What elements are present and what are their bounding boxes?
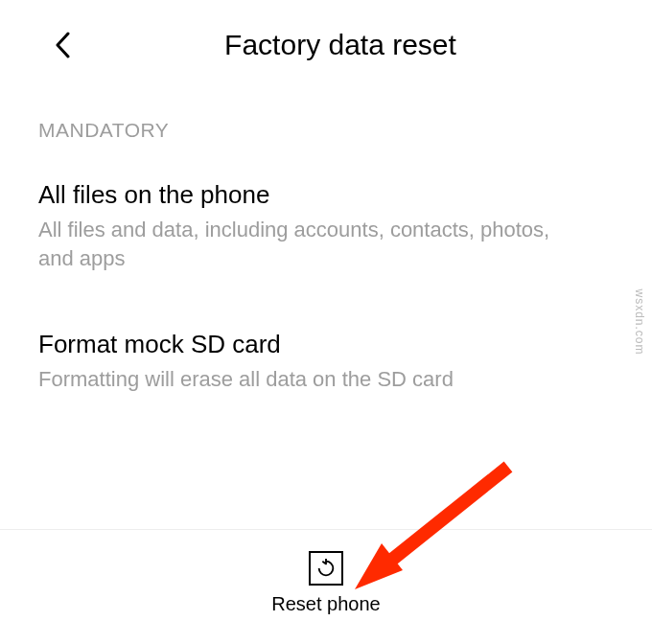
reset-icon: [315, 558, 337, 579]
item-title: All files on the phone: [38, 180, 614, 210]
item-all-files[interactable]: All files on the phone All files and dat…: [0, 151, 652, 282]
item-format-sd[interactable]: Format mock SD card Formatting will eras…: [0, 282, 652, 403]
reset-phone-button[interactable]: [309, 551, 343, 586]
footer: Reset phone: [0, 529, 652, 615]
header: Factory data reset: [0, 0, 652, 80]
page-title: Factory data reset: [67, 29, 614, 61]
section-label: MANDATORY: [0, 80, 652, 151]
back-button[interactable]: [48, 31, 77, 59]
item-desc: Formatting will erase all data on the SD…: [38, 365, 556, 394]
watermark: wsxdn.com: [633, 288, 646, 355]
chevron-left-icon: [55, 32, 70, 58]
item-desc: All files and data, including accounts, …: [38, 216, 556, 272]
reset-phone-label: Reset phone: [271, 593, 380, 615]
item-title: Format mock SD card: [38, 330, 614, 359]
